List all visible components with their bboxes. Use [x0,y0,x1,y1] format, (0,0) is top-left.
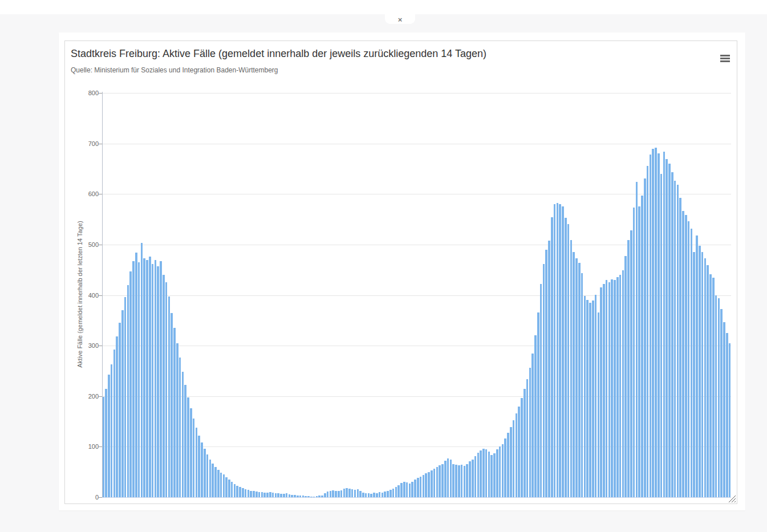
bar[interactable] [439,465,441,497]
bar[interactable] [261,492,263,497]
bar[interactable] [310,497,313,497]
bar[interactable] [682,211,684,498]
bar[interactable] [184,385,186,497]
bar[interactable] [633,208,635,497]
bar[interactable] [472,460,474,498]
bar[interactable] [384,492,386,497]
bar[interactable] [368,493,370,497]
bar[interactable] [266,493,269,497]
bar[interactable] [250,491,252,498]
bar[interactable] [108,375,110,497]
bar[interactable] [168,297,171,497]
bar[interactable] [660,174,663,497]
bar[interactable] [417,478,419,497]
bar[interactable] [103,397,105,497]
bar[interactable] [485,449,488,497]
bar[interactable] [155,260,157,498]
bar[interactable] [480,450,482,497]
bar[interactable] [545,250,547,497]
bar[interactable] [540,284,542,497]
bar[interactable] [575,258,578,497]
bar[interactable] [286,493,288,497]
bar[interactable] [403,482,405,497]
bar[interactable] [335,491,337,498]
bar[interactable] [121,310,124,497]
bar[interactable] [220,473,222,497]
bar[interactable] [704,258,707,497]
bar[interactable] [119,323,121,497]
bar[interactable] [502,444,504,497]
bar[interactable] [595,295,597,497]
bar[interactable] [696,235,698,497]
bar[interactable] [105,389,107,498]
bar[interactable] [444,461,447,497]
bar[interactable] [343,489,346,497]
bar[interactable] [163,275,165,497]
bar[interactable] [567,224,570,497]
bar[interactable] [242,488,244,497]
bar[interactable] [691,229,693,498]
bar[interactable] [160,261,162,497]
bar[interactable] [436,467,439,497]
bar[interactable] [196,428,198,497]
bar[interactable] [400,483,403,497]
bar[interactable] [584,296,586,497]
bar[interactable] [428,472,430,497]
bar[interactable] [354,490,356,497]
bar[interactable] [726,333,728,497]
bar[interactable] [526,379,529,497]
bar[interactable] [534,335,537,497]
close-tab[interactable]: × [385,14,415,24]
bar[interactable] [330,491,332,498]
export-menu-button[interactable] [717,51,733,65]
bar[interactable] [129,271,132,497]
bar[interactable] [707,265,709,497]
bar[interactable] [280,494,282,497]
bar[interactable] [239,487,241,497]
bar[interactable] [302,496,305,497]
bar[interactable] [581,273,583,497]
bar[interactable] [294,495,296,497]
bar[interactable] [414,480,416,497]
bar[interactable] [291,495,293,497]
bar[interactable] [198,436,200,497]
bar[interactable] [573,252,575,497]
bar[interactable] [176,343,178,497]
bar[interactable] [644,178,646,497]
bar[interactable] [395,487,397,497]
bar[interactable] [663,152,665,497]
bar[interactable] [127,285,129,497]
bar[interactable] [370,494,372,497]
bar[interactable] [611,279,613,497]
bar[interactable] [234,484,236,497]
bar[interactable] [452,464,454,498]
bar[interactable] [490,455,493,497]
bar[interactable] [447,458,449,497]
bar[interactable] [245,489,247,497]
bar[interactable] [143,258,145,497]
bar[interactable] [379,492,381,497]
bar[interactable] [455,465,457,497]
bar[interactable] [565,218,567,497]
bar[interactable] [693,252,695,497]
bar[interactable] [165,282,168,497]
bar[interactable] [217,470,220,497]
bar[interactable] [570,240,573,497]
bar[interactable] [665,159,668,497]
bar[interactable] [321,496,323,498]
bar[interactable] [247,490,250,497]
bar[interactable] [179,358,181,497]
bar[interactable] [699,246,701,497]
bar[interactable] [677,185,679,497]
bar[interactable] [709,274,712,497]
bar[interactable] [516,413,518,497]
bar[interactable] [277,493,279,497]
bar[interactable] [338,491,340,497]
bar[interactable] [551,217,553,497]
bar[interactable] [712,278,715,497]
bar[interactable] [272,493,274,497]
bar[interactable] [482,449,485,497]
bar[interactable] [182,372,184,497]
bar[interactable] [316,496,318,497]
bar[interactable] [190,408,192,497]
